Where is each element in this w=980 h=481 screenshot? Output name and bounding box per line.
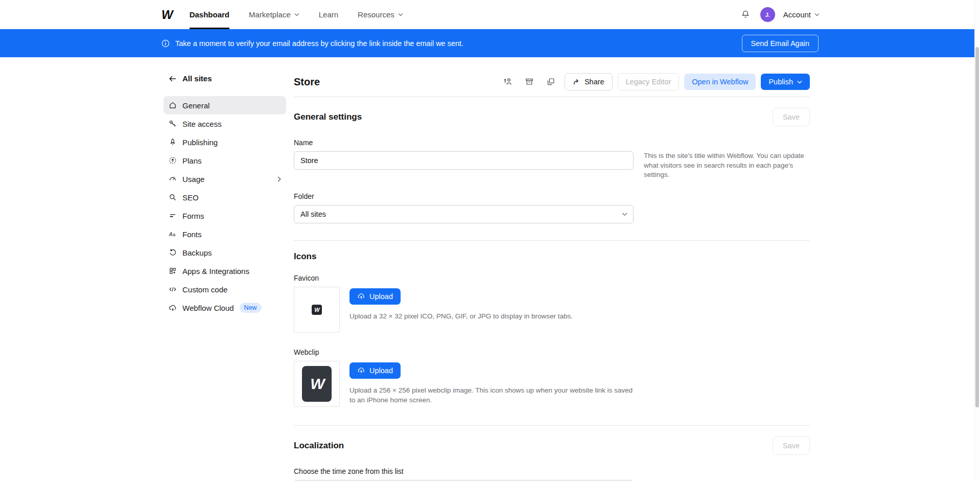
nav-item-marketplace[interactable]: Marketplace bbox=[249, 0, 299, 29]
banner-message-group: Take a moment to verify your email addre… bbox=[161, 39, 463, 48]
sidebar-item-label: General bbox=[182, 101, 209, 110]
webflow-logo[interactable]: W bbox=[161, 0, 172, 29]
scrollbar-thumb[interactable] bbox=[975, 47, 979, 407]
info-icon bbox=[161, 39, 170, 48]
account-menu[interactable]: Account bbox=[783, 10, 820, 19]
sidebar-item-usage[interactable]: Usage bbox=[164, 170, 286, 188]
fonts-aa-icon: Aa bbox=[169, 230, 177, 238]
arrow-left-icon bbox=[169, 75, 177, 82]
history-icon bbox=[169, 248, 177, 257]
icons-section-header: Icons bbox=[294, 251, 810, 262]
favicon-description: Upload a 32 × 32 pixel ICO, PNG, GIF, or… bbox=[349, 311, 573, 322]
nav-item-label: Resources bbox=[358, 10, 394, 19]
rocket-icon bbox=[169, 138, 177, 146]
new-badge: New bbox=[240, 303, 262, 313]
form-lines-icon bbox=[169, 212, 177, 220]
divider bbox=[294, 425, 810, 426]
sidebar-item-label: Apps & Integrations bbox=[182, 267, 249, 276]
chevron-down-icon bbox=[622, 212, 627, 216]
timezone-label: Choose the time zone from this list bbox=[294, 467, 810, 475]
sidebar-item-webflow-cloud[interactable]: Webflow Cloud New bbox=[164, 299, 286, 317]
sidebar-item-plans[interactable]: Plans bbox=[164, 151, 286, 170]
name-field-col bbox=[294, 151, 634, 170]
localization-header: Localization Save bbox=[294, 437, 810, 455]
favicon-upload-col: Upload Upload a 32 × 32 pixel ICO, PNG, … bbox=[349, 287, 573, 322]
webclip-description: Upload a 256 × 256 pixel webclip image. … bbox=[349, 385, 638, 405]
general-settings-header: General settings Save bbox=[294, 108, 810, 126]
folder-select[interactable]: All sites bbox=[294, 205, 634, 223]
account-label: Account bbox=[783, 10, 811, 19]
top-navigation: W Dashboard Marketplace Learn Resources … bbox=[0, 0, 980, 29]
sidebar-item-seo[interactable]: SEO bbox=[164, 188, 286, 207]
share-button[interactable]: Share bbox=[565, 73, 613, 90]
back-label: All sites bbox=[182, 74, 212, 83]
sidebar-item-label: Plans bbox=[182, 156, 202, 165]
code-icon bbox=[169, 285, 177, 293]
general-save-button[interactable]: Save bbox=[773, 108, 810, 126]
chevron-down-icon bbox=[398, 13, 403, 16]
share-arrow-icon bbox=[573, 78, 580, 85]
sidebar-item-apps-integrations[interactable]: Apps & Integrations bbox=[164, 262, 286, 280]
sidebar-item-site-access[interactable]: Site access bbox=[164, 114, 286, 133]
sidebar-item-label: Usage bbox=[182, 175, 204, 184]
send-email-again-button[interactable]: Send Email Again bbox=[742, 35, 819, 52]
banner-message: Take a moment to verify your email addre… bbox=[175, 39, 463, 48]
sidebar-item-publishing[interactable]: Publishing bbox=[164, 133, 286, 151]
sidebar-item-fonts[interactable]: Aa Fonts bbox=[164, 225, 286, 243]
apps-grid-icon bbox=[169, 267, 177, 275]
avatar-initials: J. bbox=[765, 12, 770, 18]
sidebar-item-label: Fonts bbox=[182, 230, 202, 239]
favicon-upload-button[interactable]: Upload bbox=[349, 288, 401, 305]
notifications-bell-icon[interactable] bbox=[741, 10, 750, 19]
site-header: Store Share Legacy Editor Open in Webflo… bbox=[294, 73, 810, 90]
name-field-row: This is the site's title within Webflow.… bbox=[294, 151, 810, 180]
nav-item-label: Dashboard bbox=[190, 10, 229, 19]
avatar[interactable]: J. bbox=[760, 7, 775, 22]
archive-icon[interactable] bbox=[522, 74, 537, 89]
sidebar-item-general[interactable]: General bbox=[164, 96, 286, 114]
legacy-editor-button[interactable]: Legacy Editor bbox=[618, 73, 680, 90]
page-body: All sites General Site access Publishing bbox=[0, 57, 980, 481]
webclip-label: Webclip bbox=[294, 348, 810, 356]
webclip-image: W bbox=[302, 366, 332, 402]
chevron-down-icon bbox=[797, 80, 802, 84]
sidebar-item-forms[interactable]: Forms bbox=[164, 207, 286, 225]
cloud-icon bbox=[169, 304, 177, 312]
nav-item-dashboard[interactable]: Dashboard bbox=[190, 0, 229, 29]
sidebar-item-label: Site access bbox=[182, 120, 222, 128]
sidebar-nav: General Site access Publishing Plans bbox=[164, 96, 286, 317]
sidebar-item-backups[interactable]: Backups bbox=[164, 243, 286, 262]
localization-save-button[interactable]: Save bbox=[773, 437, 810, 455]
sidebar-item-label: Publishing bbox=[182, 138, 218, 147]
favicon-label: Favicon bbox=[294, 274, 810, 282]
upload-label: Upload bbox=[369, 367, 393, 375]
favicon-preview: W bbox=[294, 287, 340, 333]
section-title-general-settings: General settings bbox=[294, 112, 362, 122]
open-in-webflow-button[interactable]: Open in Webflow bbox=[684, 74, 756, 90]
email-verification-banner: Take a moment to verify your email addre… bbox=[0, 29, 980, 57]
header-actions: Share Legacy Editor Open in Webflow Publ… bbox=[500, 73, 810, 90]
share-label: Share bbox=[585, 78, 604, 86]
main-content: Store Share Legacy Editor Open in Webflo… bbox=[294, 57, 810, 481]
folder-label: Folder bbox=[294, 192, 810, 200]
scrollbar-track[interactable] bbox=[974, 0, 980, 481]
favicon-logo-glyph: W bbox=[314, 307, 319, 313]
nav-item-learn[interactable]: Learn bbox=[319, 0, 338, 29]
transfer-site-icon[interactable] bbox=[500, 74, 516, 89]
publish-button[interactable]: Publish bbox=[761, 74, 810, 90]
webclip-row: W Upload Upload a 256 × 256 pixel webcli… bbox=[294, 361, 810, 407]
nav-links: Dashboard Marketplace Learn Resources bbox=[190, 0, 403, 29]
home-icon bbox=[169, 101, 177, 109]
back-to-all-sites[interactable]: All sites bbox=[164, 74, 286, 83]
sidebar-item-label: Webflow Cloud bbox=[182, 304, 234, 312]
sidebar-item-custom-code[interactable]: Custom code bbox=[164, 280, 286, 299]
page-title: Store bbox=[294, 76, 320, 88]
webclip-upload-button[interactable]: Upload bbox=[349, 362, 401, 379]
chevron-down-icon bbox=[294, 13, 299, 16]
webclip-logo-glyph: W bbox=[310, 375, 323, 393]
sidebar-item-label: SEO bbox=[182, 193, 199, 202]
site-name-input[interactable] bbox=[294, 151, 634, 170]
nav-item-resources[interactable]: Resources bbox=[358, 0, 403, 29]
chevron-down-icon bbox=[814, 13, 820, 16]
duplicate-icon[interactable] bbox=[543, 74, 558, 89]
